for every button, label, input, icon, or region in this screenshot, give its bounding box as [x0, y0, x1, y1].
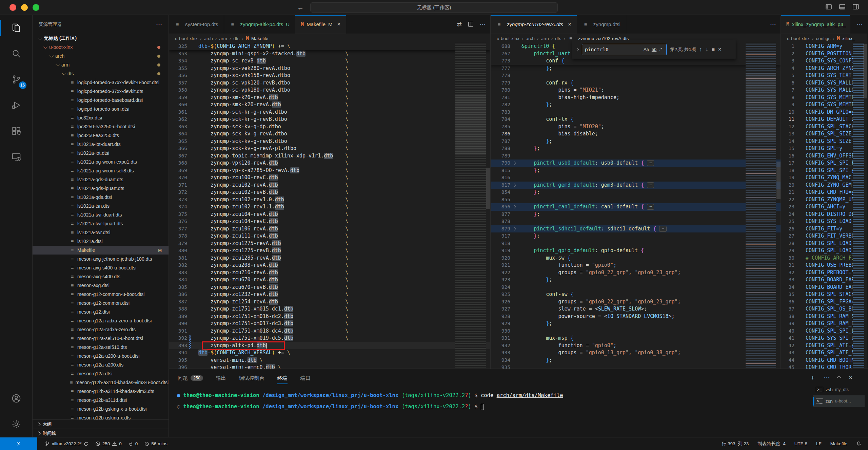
zoom-window-button[interactable]: [33, 4, 39, 11]
code-line-929[interactable]: 929 };: [491, 320, 781, 327]
code-line-387[interactable]: 387 zynqmp-zc1254-revA.dtb \: [169, 298, 490, 306]
minimap[interactable]: [455, 43, 486, 369]
fold-chevron-icon[interactable]: [513, 205, 516, 209]
code-line-364[interactable]: 364 zynqmp-sck-kv-g-revA.dtbo \: [169, 130, 490, 138]
maximize-panel-icon[interactable]: [837, 376, 841, 379]
editor-more-actions-icon[interactable]: ⋯: [857, 21, 863, 28]
encoding-item[interactable]: UTF-8: [794, 441, 807, 446]
code-line-855[interactable]: 855: [491, 196, 781, 204]
split-editor-icon[interactable]: [468, 21, 474, 27]
code-line-354[interactable]: 354 zynqmp-sc-revB.dtb \: [169, 57, 490, 65]
tree-item-logicpd-torpedo-som.dtsi[interactable]: ≡logicpd-torpedo-som.dtsi: [33, 105, 169, 113]
code-line-392[interactable]: 392 zynqmp-zc1751-xm019-dc5.dtb \: [169, 335, 490, 342]
code-line-393[interactable]: 393 zynqmp-altk-p4.dtb: [169, 342, 490, 350]
code-line-935[interactable]: 935: [491, 364, 781, 369]
code-line-377[interactable]: 377 zynqmp-zcu106-revA.dtb \: [169, 225, 490, 233]
code-line-926[interactable]: 926 groups = "gpio0_22_grp", "gpio0_23_g…: [491, 298, 781, 306]
timeline-section[interactable]: 时间线: [33, 429, 169, 437]
code-line-924[interactable]: 924: [491, 284, 781, 291]
code-line-376[interactable]: 376 zynqmp-zcu104-revC.dtb \: [169, 218, 490, 225]
run-debug-icon[interactable]: [0, 92, 33, 118]
code-line-384[interactable]: 384 zynqmp-zcu670-revA.dtb \: [169, 276, 490, 284]
tree-item-meson-g12a-sei510.dts[interactable]: ≡meson-g12a-sei510.dts: [33, 343, 169, 352]
folder-u-boot-xlnx[interactable]: u-boot-xlnx: [33, 43, 169, 52]
tree-item-Makefile[interactable]: ≡MakefileM: [33, 246, 169, 255]
scrollbar-thumb[interactable]: [776, 162, 781, 199]
code-line-380[interactable]: 380 zynqmp-zcu1275-revB.dtb \: [169, 247, 490, 255]
code-line-789[interactable]: 789: [491, 152, 781, 160]
code-line-781[interactable]: 781 bias-high-impedance;: [491, 94, 781, 101]
panel-more-actions-icon[interactable]: ⋯: [824, 374, 830, 381]
code-line-854[interactable]: 854 };: [491, 189, 781, 196]
code-line-917[interactable]: 917 };: [491, 232, 781, 240]
remote-explorer-icon[interactable]: [0, 144, 33, 170]
code-line-371[interactable]: 371 zynqmp-zcu102-revA.dtb \: [169, 182, 490, 189]
code-line-375[interactable]: 375 zynqmp-zcu104-revA.dtb \: [169, 211, 490, 218]
folder-arch[interactable]: arch: [33, 52, 169, 60]
code-line-374[interactable]: 374 zynqmp-zcu102-rev1.1.dtb \: [169, 203, 490, 211]
close-tab-icon[interactable]: ×: [568, 21, 571, 28]
command-center[interactable]: 无标题 (工作区): [310, 2, 558, 13]
code-line-788[interactable]: 788 };: [491, 145, 781, 152]
code-line-359[interactable]: 359 zynqmp-sm-k26-revA.dtb \: [169, 94, 490, 101]
code-line-787[interactable]: 787 };: [491, 138, 781, 145]
close-panel-icon[interactable]: ×: [849, 374, 852, 381]
tab-zynqmp-dtsi[interactable]: ≡ zynqmp.dtsi: [577, 15, 626, 34]
code-line-930[interactable]: 930: [491, 327, 781, 335]
code-editor-defconfig[interactable]: 1CONFIG_ARM=y2CONFIG_POSITION_3CONFIG_SY…: [781, 43, 867, 369]
extensions-icon[interactable]: [0, 118, 33, 144]
tree-item-meson-g12a-sei510-u-boot.dtsi[interactable]: ≡meson-g12a-sei510-u-boot.dtsi: [33, 334, 169, 343]
tab-zynqmp-zcu102-revA-dts[interactable]: ≡ zynqmp-zcu102-revA.dts ×: [491, 15, 577, 34]
code-line-927[interactable]: 927 slew-rate = <SLEW_RATE_SLOW>;: [491, 305, 781, 313]
code-line-378[interactable]: 378 zynqmp-zcu111-revA.dtb \: [169, 232, 490, 240]
minimap[interactable]: [746, 43, 776, 369]
panel-tab-output[interactable]: 输出: [216, 369, 226, 387]
panel-tab-terminal[interactable]: 终端: [277, 369, 288, 387]
problems-item[interactable]: 250 0: [95, 441, 122, 446]
editor-more-actions-icon[interactable]: ⋯: [480, 21, 486, 28]
code-line-919[interactable]: 919 pinctrl_gpio_default: gpio-default {: [491, 247, 781, 255]
code-editor-makefile[interactable]: 353 zynqmp-mini-qspi-x2-stacked.dtb \354…: [169, 43, 490, 369]
code-line-394[interactable]: 394dtb-$(CONFIG_ARCH_VERSAL) += \: [169, 349, 490, 357]
code-line-363[interactable]: 363 zynqmp-sck-kv-g-dp.dtbo \: [169, 123, 490, 131]
close-find-icon[interactable]: ×: [718, 46, 721, 53]
tree-item-meson-axg-s400.dts[interactable]: ≡meson-axg-s400.dts: [33, 272, 169, 281]
code-line-932[interactable]: 932 function = "gpio0";: [491, 342, 781, 350]
code-line-367[interactable]: 367 zynqmp-topic-miamimp-xilinx-xdp-v1r1…: [169, 152, 490, 160]
code-line-369[interactable]: 369 zynqmp-vp-x-a2785-00-revA.dtb \: [169, 167, 490, 174]
indentation-item[interactable]: 制表符长度: 4: [757, 441, 786, 447]
toggle-replace-chevron-icon[interactable]: [575, 48, 579, 51]
code-line-784[interactable]: 784 conf-tx {: [491, 116, 781, 123]
source-control-icon[interactable]: 16: [0, 67, 33, 92]
code-line-357[interactable]: 357 zynqmp-sc-vpk120-revB.dtbo \: [169, 79, 490, 87]
tab-xilinx-defconfig[interactable]: M xilinx_zynqmp_altk_p4_: [781, 15, 850, 34]
code-line-366[interactable]: 366 zynqmp-sck-kv-g-revA-pl.dtbo \: [169, 145, 490, 152]
tree-item-meson-g12a.dtsi[interactable]: ≡meson-g12a.dtsi: [33, 369, 169, 378]
tree-item-meson-g12a-u200.dts[interactable]: ≡meson-g12a-u200.dts: [33, 360, 169, 369]
tree-item-meson-g12b-a311d.dtsi[interactable]: ≡meson-g12b-a311d.dtsi: [33, 396, 169, 405]
tree-item-meson-axg.dtsi[interactable]: ≡meson-axg.dtsi: [33, 281, 169, 290]
wakatime-item[interactable]: 56 mins: [144, 441, 167, 446]
tree-item-meson-g12.dtsi[interactable]: ≡meson-g12.dtsi: [33, 307, 169, 316]
terminal-item[interactable]: >_ zsh u-boot…: [813, 395, 865, 407]
code-line-396[interactable]: 396 versal-mini-emmc0.dtb \: [169, 364, 490, 369]
minimap[interactable]: [853, 43, 864, 369]
code-line-368[interactable]: 368 zynqmp-vpk120-revA.dtb \: [169, 160, 490, 167]
match-case-toggle[interactable]: Aa: [642, 47, 650, 52]
tree-item-meson-axg-s400-u-boot.dtsi[interactable]: ≡meson-axg-s400-u-boot.dtsi: [33, 263, 169, 272]
toggle-sidebar-icon[interactable]: [825, 3, 832, 10]
code-line-920[interactable]: 920 mux-sw {: [491, 255, 781, 262]
tree-item-ls1021a-twr-duart.dts[interactable]: ≡ls1021a-twr-duart.dts: [33, 210, 169, 219]
terminal-item[interactable]: >_ zsh my_dts: [813, 384, 865, 395]
explorer-icon[interactable]: [0, 15, 33, 41]
code-line-933[interactable]: 933 groups = "gpio0_13_grp", "gpio0_38_g…: [491, 349, 781, 357]
code-line-365[interactable]: 365 zynqmp-sck-kv-g-revB.dtbo \: [169, 138, 490, 145]
code-line-370[interactable]: 370 zynqmp-zcu100-revC.dtb \: [169, 174, 490, 182]
tree-item-ls1021a-qds-duart.dts[interactable]: ≡ls1021a-qds-duart.dts: [33, 175, 169, 184]
find-in-selection-icon[interactable]: ≡: [712, 46, 715, 53]
tab-zynqmp-altk-p4-dts[interactable]: ≡ zynqmp-altk-p4.dts U: [224, 15, 296, 34]
outline-section[interactable]: 大纲: [33, 419, 169, 429]
scrollbar-thumb[interactable]: [863, 44, 867, 98]
tree-item-logicpd-torpedo-baseboard.dtsi[interactable]: ≡logicpd-torpedo-baseboard.dtsi: [33, 96, 169, 105]
code-line-815[interactable]: 815 };: [491, 167, 781, 174]
